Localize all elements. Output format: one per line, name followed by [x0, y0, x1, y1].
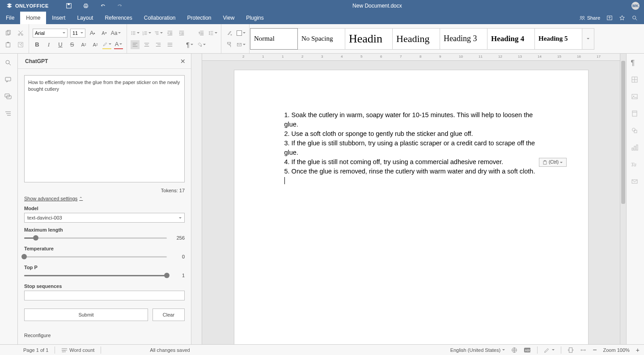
style-heading3[interactable]: Heading 3 [440, 28, 487, 50]
user-avatar[interactable]: MK [631, 2, 640, 10]
comments-icon[interactable] [4, 76, 13, 85]
track-changes-icon[interactable] [544, 347, 555, 353]
tab-insert[interactable]: Insert [46, 12, 71, 24]
shape-settings-icon[interactable] [631, 127, 640, 136]
change-case-icon[interactable]: Aa [111, 29, 120, 38]
maxlen-slider[interactable] [24, 234, 167, 241]
decrease-indent-alt-button[interactable] [197, 29, 206, 38]
font-name-input[interactable]: Arial [33, 29, 68, 38]
number-list-button[interactable]: 123 [142, 29, 151, 38]
submit-button[interactable]: Submit [24, 309, 148, 321]
style-heading5[interactable]: Heading 5 [534, 28, 582, 50]
tab-plugins[interactable]: Plugins [240, 12, 269, 24]
vertical-scrollbar[interactable] [620, 54, 626, 344]
spellcheck-icon[interactable] [511, 347, 517, 353]
copy-icon[interactable] [4, 29, 13, 38]
line-spacing-button[interactable] [208, 29, 217, 38]
spellcheck-toggle-icon[interactable]: ABC [524, 347, 531, 353]
chart-settings-icon[interactable] [631, 144, 640, 153]
zoom-level[interactable]: Zoom 100% [603, 347, 630, 353]
shading-button[interactable] [197, 40, 206, 49]
tab-view[interactable]: View [217, 12, 241, 24]
clear-style-button[interactable] [225, 29, 234, 38]
align-center-button[interactable] [142, 40, 151, 49]
undo-icon[interactable] [100, 3, 106, 9]
paragraph-settings-icon[interactable]: ¶ [631, 59, 640, 68]
highlight-color-button[interactable] [102, 40, 111, 49]
model-select[interactable]: text-davinci-003 [24, 213, 185, 223]
prompt-textarea[interactable] [24, 75, 185, 182]
style-heading4[interactable]: Heading 4 [487, 28, 535, 50]
align-justify-button[interactable] [165, 40, 174, 49]
table-settings-icon[interactable] [631, 76, 640, 85]
tab-home[interactable]: Home [20, 12, 46, 24]
document-line[interactable]: 1. Soak the cutlery in warm, soapy water… [284, 110, 538, 129]
tab-file[interactable]: File [0, 12, 20, 24]
strikethrough-button[interactable]: S [68, 40, 76, 49]
select-all-icon[interactable] [16, 40, 25, 49]
temperature-slider[interactable] [24, 253, 167, 260]
share-button[interactable]: Share [579, 15, 600, 21]
image-settings-icon[interactable] [631, 93, 640, 102]
close-panel-button[interactable]: ✕ [180, 58, 186, 65]
zoom-out-button[interactable]: − [593, 346, 597, 354]
paste-options-button[interactable]: (Ctrl) [539, 158, 567, 167]
style-normal[interactable]: Normal [250, 28, 298, 50]
mail-settings-icon[interactable] [631, 178, 640, 187]
align-right-button[interactable] [154, 40, 163, 49]
topp-slider[interactable] [24, 272, 167, 279]
status-wordcount[interactable]: 123 Word count [61, 347, 94, 353]
tab-protection[interactable]: Protection [182, 12, 217, 24]
reconfigure-link[interactable]: Reconfigure [24, 333, 185, 338]
font-size-input[interactable]: 11 [70, 29, 85, 38]
style-heading1[interactable]: Headin [345, 28, 393, 50]
document-line[interactable]: 2. Use a soft cloth or sponge to gently … [284, 129, 538, 139]
textart-settings-icon[interactable]: Ta [631, 161, 640, 170]
print-icon[interactable] [83, 3, 89, 9]
document-line[interactable]: 3. If the glue is still stubborn, try us… [284, 139, 538, 157]
save-icon[interactable] [66, 3, 72, 9]
fit-page-icon[interactable] [568, 347, 574, 353]
fit-width-icon[interactable] [580, 347, 586, 353]
redo-icon[interactable] [117, 3, 123, 9]
decrease-indent-button[interactable] [165, 29, 174, 38]
chat-icon[interactable] [4, 93, 13, 102]
document-line[interactable]: 5. Once the glue is removed, rinse the c… [284, 167, 538, 176]
nonprinting-button[interactable]: ¶ [185, 40, 194, 49]
format-painter-button[interactable] [225, 40, 234, 49]
header-footer-icon[interactable] [631, 110, 640, 119]
increase-indent-button[interactable] [177, 29, 186, 38]
italic-button[interactable]: I [44, 40, 53, 49]
document-scroll[interactable]: 1. Soak the cutlery in warm, soapy water… [202, 54, 620, 344]
underline-button[interactable]: U [56, 40, 65, 49]
style-heading2[interactable]: Heading [392, 28, 440, 50]
tab-layout[interactable]: Layout [71, 12, 99, 24]
advanced-settings-toggle[interactable]: Show advanced settings ⌃ [24, 196, 83, 201]
navigation-icon[interactable] [4, 110, 13, 119]
find-icon[interactable] [4, 59, 13, 68]
stop-sequences-input[interactable] [24, 291, 185, 300]
clear-button[interactable]: Clear [153, 309, 185, 321]
bold-button[interactable]: B [33, 40, 42, 49]
decrease-font-icon[interactable]: A▾ [100, 29, 109, 38]
subscript-button[interactable]: A2 [91, 40, 100, 49]
style-dropdown-button[interactable] [582, 28, 594, 50]
cut-icon[interactable] [16, 29, 25, 38]
increase-font-icon[interactable]: A▴ [88, 29, 97, 38]
status-language[interactable]: English (United States) [450, 347, 505, 353]
favorite-icon[interactable] [619, 15, 625, 21]
align-left-button[interactable] [131, 40, 140, 49]
fill-color-button[interactable] [237, 29, 246, 38]
tab-references[interactable]: References [99, 12, 138, 24]
document-line[interactable]: 4. If the glue is still not coming off, … [284, 157, 538, 167]
superscript-button[interactable]: A2 [79, 40, 88, 49]
search-icon[interactable] [631, 15, 638, 21]
style-no-spacing[interactable]: No Spacing [297, 28, 345, 50]
open-location-icon[interactable] [606, 15, 613, 21]
mailmerge-button[interactable] [237, 40, 246, 49]
zoom-in-button[interactable]: + [636, 347, 640, 354]
bullet-list-button[interactable] [131, 29, 140, 38]
document-page[interactable]: 1. Soak the cutlery in warm, soapy water… [234, 70, 589, 344]
tab-collaboration[interactable]: Collaboration [138, 12, 182, 24]
multilevel-list-button[interactable] [154, 29, 163, 38]
